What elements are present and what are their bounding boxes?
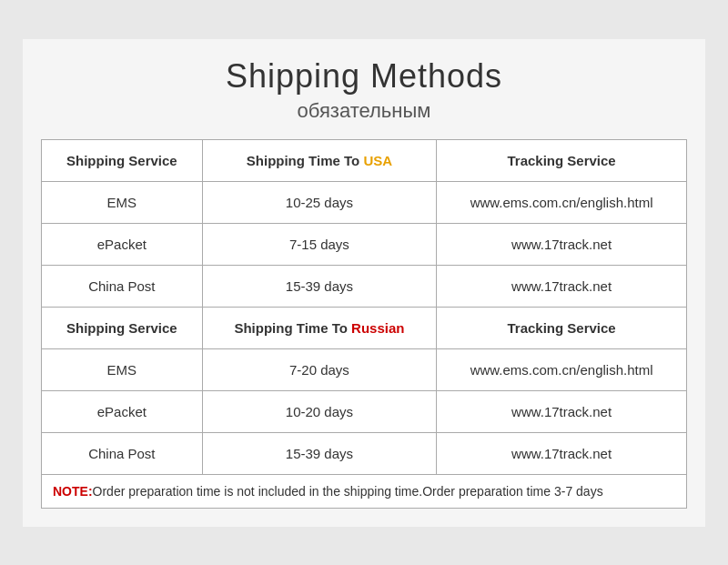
russian-row2-service: ePacket <box>42 390 203 432</box>
russian-col3-header: Tracking Service <box>437 307 687 348</box>
usa-col3-header: Tracking Service <box>437 139 687 181</box>
russian-row1-service: EMS <box>42 348 203 390</box>
russian-col1-header: Shipping Service <box>42 307 203 348</box>
table-row: ePacket 10-20 days www.17track.net <box>42 390 687 432</box>
usa-row2-tracking: www.17track.net <box>437 223 687 265</box>
usa-row2-time: 7-15 days <box>202 223 437 265</box>
usa-row3-time: 15-39 days <box>202 265 437 307</box>
russian-row3-tracking: www.17track.net <box>437 432 687 474</box>
usa-header-row: Shipping Service Shipping Time To USA Tr… <box>42 139 687 181</box>
page-subtitle: обязательным <box>41 99 687 123</box>
russian-row3-service: China Post <box>42 432 203 474</box>
table-row: China Post 15-39 days www.17track.net <box>42 432 687 474</box>
usa-row3-tracking: www.17track.net <box>437 265 687 307</box>
title-block: Shipping Methods обязательным <box>41 57 687 123</box>
main-container: Shipping Methods обязательным Shipping S… <box>23 39 705 527</box>
usa-row1-time: 10-25 days <box>202 181 437 223</box>
russian-row2-time: 10-20 days <box>202 390 437 432</box>
table-row: EMS 7-20 days www.ems.com.cn/english.htm… <box>42 348 687 390</box>
table-row: China Post 15-39 days www.17track.net <box>42 265 687 307</box>
usa-row1-service: EMS <box>42 181 203 223</box>
russian-row2-tracking: www.17track.net <box>437 390 687 432</box>
russian-col2-header: Shipping Time To Russian <box>202 307 437 348</box>
note-text: Order preparation time is not included i… <box>93 484 603 499</box>
russian-row1-time: 7-20 days <box>202 348 437 390</box>
russian-accent: Russian <box>351 320 404 336</box>
russian-header-row: Shipping Service Shipping Time To Russia… <box>42 307 687 348</box>
usa-col2-prefix: Shipping Time To <box>247 153 364 168</box>
table-row: ePacket 7-15 days www.17track.net <box>42 223 687 265</box>
table-row: EMS 10-25 days www.ems.com.cn/english.ht… <box>42 181 687 223</box>
usa-col1-header: Shipping Service <box>42 139 203 181</box>
usa-accent: USA <box>363 153 392 168</box>
russian-row3-time: 15-39 days <box>202 432 437 474</box>
note-row: NOTE:Order preparation time is not inclu… <box>42 474 687 508</box>
usa-row2-service: ePacket <box>42 223 203 265</box>
usa-row3-service: China Post <box>42 265 203 307</box>
usa-row1-tracking: www.ems.com.cn/english.html <box>437 181 687 223</box>
usa-col2-header: Shipping Time To USA <box>202 139 437 181</box>
note-label: NOTE: <box>53 484 93 499</box>
russian-col2-prefix: Shipping Time To <box>234 320 351 336</box>
page-title: Shipping Methods <box>41 57 687 96</box>
note-cell: NOTE:Order preparation time is not inclu… <box>42 474 687 508</box>
shipping-table: Shipping Service Shipping Time To USA Tr… <box>41 139 687 509</box>
russian-row1-tracking: www.ems.com.cn/english.html <box>437 348 687 390</box>
